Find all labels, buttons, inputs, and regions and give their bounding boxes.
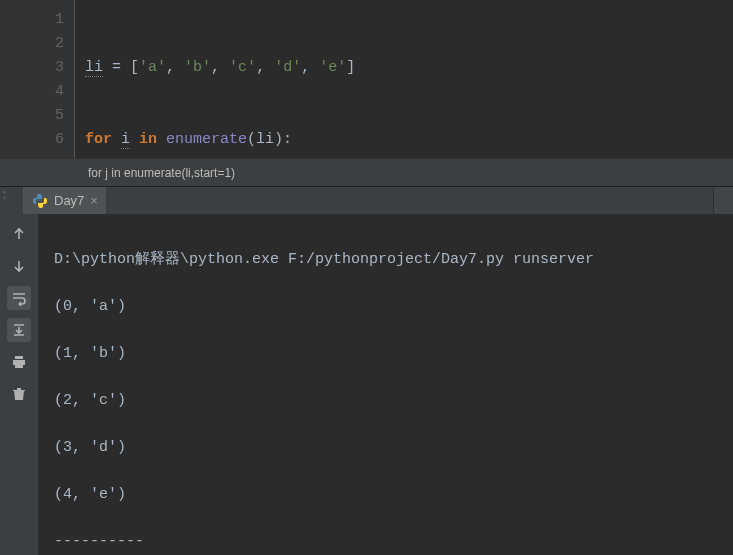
breadcrumb[interactable]: for j in enumerate(li,start=1)	[0, 158, 733, 186]
line-number: 4	[0, 80, 64, 104]
console-line: (0, 'a')	[54, 295, 717, 319]
console-line: (4, 'e')	[54, 483, 717, 507]
run-tool-window: D:\python解释器\python.exe F:/pythonproject…	[0, 214, 733, 555]
console-line: (2, 'c')	[54, 389, 717, 413]
run-toolbar	[0, 214, 38, 555]
line-number: 2	[0, 32, 64, 56]
console-line: D:\python解释器\python.exe F:/pythonproject…	[54, 248, 717, 272]
arrow-up-icon[interactable]	[7, 222, 31, 246]
line-number: 6	[0, 128, 64, 152]
tab-day7[interactable]: Day7 ×	[24, 187, 106, 215]
tab-label: Day7	[54, 193, 84, 208]
code-line: for i in enumerate(li):	[85, 128, 733, 152]
tab-bar-end	[713, 187, 733, 215]
line-number-gutter: 1 2 3 4 5 6	[0, 0, 75, 158]
trash-icon[interactable]	[7, 382, 31, 406]
print-icon[interactable]	[7, 350, 31, 374]
code-editor[interactable]: 1 2 3 4 5 6 li = ['a', 'b', 'c', 'd', 'e…	[0, 0, 733, 158]
console-line: ----------	[54, 530, 717, 554]
close-icon[interactable]: ×	[90, 193, 98, 208]
line-number: 1	[0, 8, 64, 32]
console-output[interactable]: D:\python解释器\python.exe F:/pythonproject…	[38, 214, 733, 555]
line-number: 5	[0, 104, 64, 128]
python-file-icon	[32, 193, 48, 209]
code-content[interactable]: li = ['a', 'b', 'c', 'd', 'e'] for i in …	[75, 0, 733, 158]
scroll-to-end-icon[interactable]	[7, 318, 31, 342]
code-line: li = ['a', 'b', 'c', 'd', 'e']	[85, 56, 733, 80]
console-line: (3, 'd')	[54, 436, 717, 460]
arrow-down-icon[interactable]	[7, 254, 31, 278]
console-line: (1, 'b')	[54, 342, 717, 366]
tab-bar-left: :	[0, 187, 24, 215]
run-tab-bar: : Day7 ×	[0, 186, 733, 214]
line-number: 3	[0, 56, 64, 80]
soft-wrap-icon[interactable]	[7, 286, 31, 310]
